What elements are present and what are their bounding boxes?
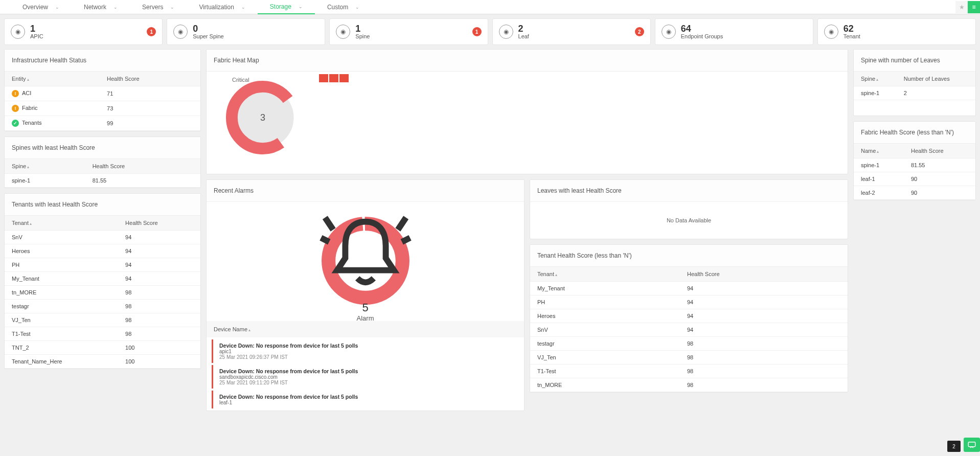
summary-card-apic[interactable]: ◉ 1APIC 1 <box>4 18 163 45</box>
summary-card-super-spine[interactable]: ◉ 0Super Spine <box>167 18 325 45</box>
panel-title: Fabric Heat Map <box>207 50 848 72</box>
panel-title: Recent Alarms <box>207 180 524 202</box>
table-row[interactable]: leaf-290 <box>854 186 975 200</box>
table-row[interactable]: Heroes94 <box>5 244 200 258</box>
alert-badge: 1 <box>472 27 482 36</box>
table-row[interactable]: tn_MORE98 <box>5 286 200 300</box>
top-nav: Overview⌄Network⌄Servers⌄Virtualization⌄… <box>0 0 980 14</box>
table-row[interactable]: spine-12 <box>854 86 975 100</box>
summary-row: ◉ 1APIC 1◉ 0Super Spine ◉ 1Spine 1◉ 2Lea… <box>0 14 980 49</box>
panel-title: Fabric Health Score (less than 'N') <box>854 122 975 144</box>
col-name[interactable]: Name <box>861 148 876 154</box>
tab-custom[interactable]: Custom⌄ <box>315 0 372 14</box>
favorite-icon[interactable]: ★ <box>955 1 968 13</box>
tab-storage[interactable]: Storage⌄ <box>258 0 315 14</box>
table-row[interactable]: PH94 <box>530 295 848 309</box>
summary-card-leaf[interactable]: ◉ 2Leaf 2 <box>492 18 651 45</box>
alarm-count-label: Alarm <box>317 314 414 322</box>
table-row[interactable]: TNT_2100 <box>5 341 200 355</box>
nav-tabs: Overview⌄Network⌄Servers⌄Virtualization⌄… <box>0 0 372 14</box>
table-row[interactable]: SnV94 <box>530 323 848 337</box>
panel-title: Infrastructure Health Status <box>5 50 200 72</box>
tab-servers[interactable]: Servers⌄ <box>130 0 187 14</box>
panel-title: Leaves with least Health Score <box>530 180 848 202</box>
table-row[interactable]: My_Tenant94 <box>530 282 848 295</box>
warn-icon: ! <box>12 105 19 112</box>
alarm-item[interactable]: Device Down: No response from device for… <box>212 339 519 363</box>
col-tenant[interactable]: Tenant <box>12 220 29 226</box>
col-health[interactable]: Health Score <box>107 76 140 82</box>
table-row[interactable]: ✓Tenants99 <box>5 116 200 131</box>
alarm-count: 5 <box>317 301 414 314</box>
chevron-down-icon: ⌄ <box>113 5 118 10</box>
heatmap-value: 3 <box>260 112 265 123</box>
tab-overview[interactable]: Overview⌄ <box>10 0 72 14</box>
card-icon: ◉ <box>173 25 188 39</box>
alert-badge: 2 <box>635 27 644 36</box>
col-health[interactable]: Health Score <box>911 148 944 154</box>
alert-badge: 1 <box>147 27 156 36</box>
col-health[interactable]: Health Score <box>687 271 720 277</box>
alarm-list-header[interactable]: Device Name <box>214 326 247 332</box>
chevron-down-icon: ⌄ <box>355 5 359 10</box>
alarm-item[interactable]: Device Down: No response from device for… <box>212 365 519 389</box>
table-row[interactable]: Tenant_Name_Here100 <box>5 355 200 369</box>
warn-icon: ! <box>12 90 19 97</box>
table-row[interactable]: Heroes94 <box>530 309 848 323</box>
alarm-donut: 5 Alarm <box>317 212 414 311</box>
panel-title: Tenant Health Score (less than 'N') <box>530 245 848 267</box>
summary-card-spine[interactable]: ◉ 1Spine 1 <box>329 18 488 45</box>
table-row[interactable]: SnV94 <box>5 231 200 244</box>
table-row[interactable]: PH94 <box>5 258 200 272</box>
chevron-down-icon: ⌄ <box>241 5 245 10</box>
table-row[interactable]: My_Tenant94 <box>5 272 200 286</box>
table-row[interactable]: VJ_Ten98 <box>5 313 200 327</box>
tab-virtualization[interactable]: Virtualization⌄ <box>187 0 257 14</box>
alarm-bell-icon <box>317 201 414 301</box>
panel-title: Spines with least Health Score <box>5 137 200 159</box>
panel-spine-leaves: Spine with number of Leaves Spine▴ Numbe… <box>853 49 976 116</box>
pin-icon[interactable]: ≡ <box>968 1 980 13</box>
check-icon: ✓ <box>12 120 19 127</box>
table-row[interactable]: T1-Test98 <box>530 364 848 378</box>
no-data-message: No Data Available <box>530 202 848 239</box>
chevron-down-icon: ⌄ <box>299 4 303 9</box>
table-row[interactable]: VJ_Ten98 <box>530 351 848 364</box>
panel-title: Spine with number of Leaves <box>854 50 975 72</box>
col-health[interactable]: Health Score <box>125 220 158 226</box>
card-icon: ◉ <box>336 25 350 39</box>
card-icon: ◉ <box>662 25 676 39</box>
summary-card-tenant[interactable]: ◉ 62Tenant <box>817 18 976 45</box>
table-row[interactable]: tn_MORE98 <box>530 378 848 392</box>
table-row[interactable]: testagr98 <box>5 300 200 313</box>
card-icon: ◉ <box>11 25 25 39</box>
col-num-leaves[interactable]: Number of Leaves <box>904 76 950 82</box>
table-row[interactable]: !Fabric73 <box>5 101 200 116</box>
table-row[interactable]: spine-181.55 <box>5 174 200 188</box>
table-row[interactable]: spine-181.55 <box>854 158 975 172</box>
alarm-item[interactable]: Device Down: No response from device for… <box>212 391 519 408</box>
panel-infra-health: Infrastructure Health Status Entity▴ Hea… <box>4 49 201 131</box>
chevron-down-icon: ⌄ <box>55 5 59 10</box>
table-row[interactable]: T1-Test98 <box>5 327 200 341</box>
panel-fabric-heatmap: Fabric Heat Map Critical 3 <box>206 49 848 174</box>
col-health[interactable]: Health Score <box>93 163 125 169</box>
infra-health-table: Entity▴ Health Score !ACI71!Fabric73✓Ten… <box>5 72 200 131</box>
panel-recent-alarms: Recent Alarms 5 <box>206 179 525 411</box>
table-row[interactable]: !ACI71 <box>5 86 200 101</box>
table-row[interactable]: testagr98 <box>530 337 848 351</box>
col-spine[interactable]: Spine <box>861 76 875 82</box>
panel-tenants-least: Tenants with least Health Score Tenant▴ … <box>4 193 201 369</box>
tab-network[interactable]: Network⌄ <box>72 0 130 14</box>
heatmap-donut: 3 <box>222 77 304 158</box>
table-row[interactable]: leaf-190 <box>854 172 975 186</box>
card-icon: ◉ <box>824 25 838 39</box>
panel-title: Tenants with least Health Score <box>5 194 200 216</box>
chevron-down-icon: ⌄ <box>170 5 174 10</box>
col-spine[interactable]: Spine <box>12 163 26 169</box>
panel-spines-least: Spines with least Health Score Spine▴ He… <box>4 136 201 188</box>
col-tenant[interactable]: Tenant <box>537 271 554 277</box>
col-entity[interactable]: Entity <box>12 76 26 82</box>
panel-fabric-health-n: Fabric Health Score (less than 'N') Name… <box>853 121 976 200</box>
summary-card-endpoint-groups[interactable]: ◉ 64Endpoint Groups <box>655 18 813 45</box>
